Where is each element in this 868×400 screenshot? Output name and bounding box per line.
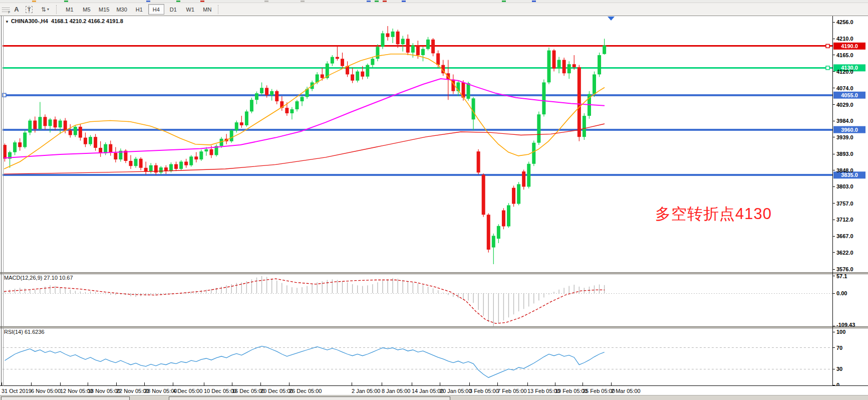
- sliver-icon: [32, 1, 36, 2]
- price-axis-label: 3848.0: [836, 167, 853, 173]
- bottom-tabbar-sliver: [0, 395, 868, 400]
- price-badge-text: 4055.0: [841, 92, 858, 98]
- timeframe-m5-button[interactable]: M5: [79, 4, 95, 15]
- price-axis-label: 3939.0: [836, 134, 853, 140]
- ohlc-values: 4168.1 4210.2 4166.2 4191.8: [51, 18, 123, 24]
- price-axis-label: 3757.0: [836, 201, 853, 207]
- sliver-icon: [264, 1, 268, 2]
- sliver-icon: [146, 1, 150, 2]
- price-axis-label: 3667.0: [836, 233, 853, 239]
- timeframe-mn-button[interactable]: MN: [199, 4, 215, 15]
- arrows-icon: ⇅: [41, 6, 46, 13]
- timeframe-d1-button[interactable]: D1: [165, 4, 181, 15]
- price-axis-label: 4074.0: [836, 85, 853, 91]
- time-axis-label: 7 Feb 05:00: [497, 388, 527, 394]
- ma-orange: [4, 54, 605, 169]
- timeframe-m1-button[interactable]: M1: [62, 4, 78, 15]
- time-axis-label: 20 Jan 05:00: [440, 388, 472, 394]
- label-button[interactable]: T: [23, 5, 36, 14]
- rsi-axis-label: 30: [836, 366, 842, 372]
- line-handle[interactable]: [826, 44, 829, 48]
- time-axis-label: 8 Jan 05:00: [382, 388, 411, 394]
- macd-axis-label: -109.43: [836, 322, 855, 328]
- time-axis-label: 16 Dec 05:00: [232, 388, 264, 394]
- macd-histogram: [5, 276, 605, 326]
- macd-axis-label: 0.00: [836, 290, 847, 296]
- time-axis-label: 4 Dec 05:00: [173, 388, 202, 394]
- time-axis-label: 31 Oct 2019: [2, 388, 32, 394]
- price-axis-label: 4165.0: [836, 52, 853, 58]
- timeframe-h4-button[interactable]: H4: [148, 4, 164, 15]
- time-axis-label: 2 Jan 05:00: [352, 388, 381, 394]
- toolbar-separator: [218, 5, 221, 14]
- chart-tab[interactable]: [1, 396, 130, 400]
- timeframe-h1-button[interactable]: H1: [131, 4, 147, 15]
- toolbar-separator: [56, 5, 59, 14]
- price-axis-label: 4210.0: [836, 36, 853, 42]
- rsi-axis-label: 70: [836, 345, 842, 351]
- time-axis-label: 2 Mar 05:00: [611, 388, 641, 394]
- sliver-icon: [402, 1, 406, 2]
- price-badge-text: 3960.0: [841, 127, 858, 133]
- arrows-button[interactable]: ⇅ ▾: [37, 5, 54, 14]
- macd-axis-label: 57.1: [836, 273, 847, 279]
- chart-canvas[interactable]: 4190.04130.04055.03960.03835.057.10.00-1…: [0, 16, 868, 386]
- autoscroll-marker-icon: [608, 17, 615, 21]
- sliver-icon: [200, 1, 204, 2]
- price-axis-label: 3622.0: [836, 250, 853, 256]
- fibonacci-button[interactable]: F: [1, 5, 11, 14]
- time-axis-label: 3 Feb 05:00: [469, 388, 499, 394]
- price-axis-label: 3712.0: [836, 217, 853, 223]
- price-axis-label: 4256.0: [836, 19, 853, 25]
- text-button[interactable]: A: [12, 5, 22, 14]
- price-axis-label: 3984.0: [836, 118, 853, 124]
- time-axis-label: 26 Dec 05:00: [289, 388, 322, 394]
- rsi-axis-label: 100: [836, 329, 845, 335]
- sliver-icon: [367, 1, 371, 2]
- time-axis-label: 28 Nov 05:00: [144, 388, 177, 394]
- price-axis-label: 3893.0: [836, 151, 853, 157]
- fibonacci-icon: F: [2, 6, 10, 13]
- time-axis-label: 20 Dec 05:00: [260, 388, 293, 394]
- chart-title: ▼CHINA300-,H4 4168.1 4210.2 4166.2 4191.…: [5, 18, 123, 24]
- window-left-border: [1, 16, 4, 386]
- macd-signal-line: [4, 279, 605, 323]
- timeframe-m30-button[interactable]: M30: [113, 4, 130, 15]
- sliver-icon: [532, 1, 536, 2]
- price-badge-text: 4190.0: [841, 43, 858, 49]
- sliver-icon: [64, 1, 68, 2]
- line-handle[interactable]: [826, 66, 829, 70]
- sliver-icon: [176, 1, 180, 2]
- rsi-line: [5, 346, 605, 378]
- toolbar: F A T ⇅ ▾ M1 M5 M15 M30 H1 H4 D1 W1 MN: [0, 3, 868, 16]
- time-axis-label: 18 Nov 05:00: [88, 388, 120, 394]
- price-axis-label: 3803.0: [836, 183, 853, 189]
- time-axis-label: 14 Jan 05:00: [412, 388, 444, 394]
- symbol-timeframe: CHINA300-,H4: [11, 18, 48, 24]
- price-axis-label: 4120.0: [836, 69, 853, 75]
- sliver-icon: [301, 1, 305, 2]
- time-axis-label: 6 Nov 05:00: [31, 388, 61, 394]
- chart-tab[interactable]: [169, 396, 450, 400]
- text-icon: A: [14, 6, 19, 13]
- rsi-indicator-label: RSI(14) 61.6236: [4, 329, 45, 335]
- candles-group: [3, 26, 606, 264]
- sliver-icon: [502, 1, 506, 2]
- macd-indicator-label: MACD(12,26,9) 27.10 10.67: [4, 275, 73, 281]
- time-axis-label: 25 Feb 05:00: [583, 388, 615, 394]
- timeframe-m15-button[interactable]: M15: [96, 4, 112, 15]
- chart-text-annotation[interactable]: 多空转折点4130: [655, 204, 772, 225]
- rsi-axis-label: 0: [836, 382, 839, 386]
- price-axis-label: 3576.0: [836, 266, 853, 272]
- price-axis-label: 4029.0: [836, 102, 853, 108]
- ma-red: [4, 124, 605, 174]
- label-icon: T: [26, 6, 33, 13]
- sliver-icon: [383, 1, 387, 2]
- timeframe-w1-button[interactable]: W1: [182, 4, 198, 15]
- chevron-down-icon: ▾: [47, 7, 49, 12]
- sliver-icon: [375, 1, 379, 2]
- time-axis[interactable]: 31 Oct 20196 Nov 05:0012 Nov 05:0018 Nov…: [0, 386, 868, 395]
- chart-dropdown-icon[interactable]: ▼: [5, 20, 9, 24]
